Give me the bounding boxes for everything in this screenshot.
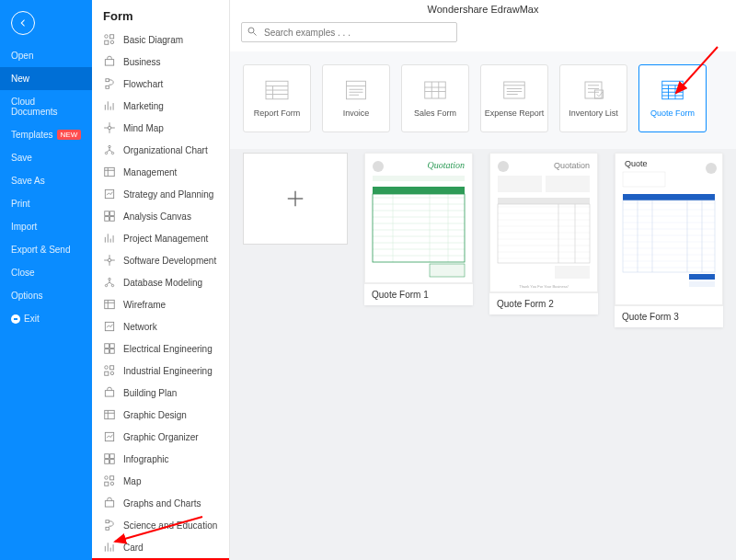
- category-icon: [103, 254, 116, 267]
- svg-rect-23: [105, 211, 109, 216]
- type-card-inventory-list[interactable]: Inventory List: [559, 64, 627, 132]
- type-card-report-form[interactable]: Report Form: [243, 64, 311, 132]
- svg-point-47: [105, 366, 109, 370]
- category-graphic-design[interactable]: Graphic Design: [92, 404, 229, 426]
- svg-rect-174: [689, 281, 715, 287]
- category-management[interactable]: Management: [92, 161, 229, 183]
- svg-rect-49: [105, 371, 109, 375]
- category-marketing[interactable]: Marketing: [92, 95, 229, 117]
- svg-rect-136: [546, 176, 590, 192]
- svg-rect-173: [689, 274, 715, 280]
- nav-save-as[interactable]: Save As: [0, 169, 92, 192]
- type-card-sales-form[interactable]: Sales Form: [401, 64, 469, 132]
- nav-import[interactable]: Import: [0, 215, 92, 238]
- category-project-management[interactable]: Project Management: [92, 227, 229, 249]
- svg-rect-26: [110, 217, 115, 222]
- svg-rect-43: [105, 344, 109, 349]
- category-label: Industrial Engineering: [123, 366, 213, 376]
- form-type-icon: [659, 79, 686, 101]
- category-label: Graphic Design: [123, 410, 187, 420]
- svg-rect-61: [110, 476, 114, 480]
- category-icon: [103, 298, 116, 311]
- category-icon: [103, 33, 116, 46]
- category-organizational-chart[interactable]: Organizational Chart: [92, 139, 229, 161]
- svg-point-50: [110, 371, 114, 375]
- svg-rect-2: [105, 40, 109, 44]
- blank-template-card[interactable]: [243, 153, 348, 245]
- search-box: [241, 22, 457, 42]
- category-label: Infographic: [123, 454, 168, 464]
- nav-cloud-documents[interactable]: Cloud Documents: [0, 90, 92, 123]
- svg-point-36: [109, 278, 110, 280]
- svg-point-60: [105, 476, 109, 480]
- category-graphic-organizer[interactable]: Graphic Organizer: [92, 426, 229, 448]
- category-flowchart[interactable]: Flowchart: [92, 73, 229, 95]
- category-graphs-and-charts[interactable]: Graphs and Charts: [92, 492, 229, 514]
- form-type-icon: [580, 79, 607, 101]
- svg-rect-112: [365, 154, 472, 282]
- category-icon: [103, 430, 116, 443]
- category-icon: [103, 386, 116, 399]
- form-type-icon: [342, 79, 370, 101]
- template-card-1[interactable]: QuotationQuote Form 1: [364, 153, 473, 305]
- svg-rect-103: [662, 81, 684, 99]
- category-wireframe[interactable]: Wireframe: [92, 293, 229, 315]
- template-thumbnail: QuotationThank You For Your Business!: [489, 153, 598, 292]
- category-science-and-education[interactable]: Science and Education: [92, 514, 229, 536]
- svg-text:Quote: Quote: [625, 159, 648, 168]
- category-icon: [103, 452, 116, 465]
- search-icon: [247, 26, 258, 37]
- category-industrial-engineering[interactable]: Industrial Engineering: [92, 360, 229, 382]
- category-building-plan[interactable]: Building Plan: [92, 382, 229, 404]
- category-infographic[interactable]: Infographic: [92, 448, 229, 470]
- nav-exit[interactable]: Exit: [0, 307, 92, 330]
- svg-point-3: [110, 40, 114, 44]
- svg-rect-59: [110, 460, 115, 464]
- exit-icon: [11, 314, 20, 324]
- category-card[interactable]: Card: [92, 536, 229, 558]
- category-analysis-canvas[interactable]: Analysis Canvas: [92, 205, 229, 227]
- category-label: Analysis Canvas: [123, 211, 191, 222]
- type-card-invoice[interactable]: Invoice: [322, 64, 390, 132]
- category-label: Flowchart: [123, 79, 163, 89]
- category-map[interactable]: Map: [92, 470, 229, 492]
- category-label: Database Modeling: [123, 278, 202, 288]
- nav-close[interactable]: Close: [0, 261, 92, 284]
- svg-rect-19: [105, 167, 115, 176]
- template-card-2[interactable]: QuotationThank You For Your Business!Quo…: [489, 153, 598, 314]
- nav-save[interactable]: Save: [0, 146, 92, 169]
- template-card-3[interactable]: QuoteQuote Form 3: [615, 153, 723, 327]
- nav-open[interactable]: Open: [0, 44, 92, 67]
- nav-templates[interactable]: TemplatesNEW: [0, 123, 92, 146]
- category-icon: [103, 232, 116, 245]
- category-icon: [103, 497, 116, 509]
- search-input[interactable]: [241, 22, 457, 42]
- template-label: Quote Form 3: [615, 305, 723, 327]
- category-software-development[interactable]: Software Development: [92, 249, 229, 271]
- back-button[interactable]: [11, 11, 35, 35]
- category-icon: [103, 474, 116, 487]
- category-database-modeling[interactable]: Database Modeling: [92, 271, 229, 293]
- nav-export-send[interactable]: Export & Send: [0, 238, 92, 261]
- nav-options[interactable]: Options: [0, 284, 92, 307]
- svg-rect-58: [105, 460, 109, 464]
- category-label: Science and Education: [123, 520, 217, 531]
- svg-rect-56: [105, 454, 109, 459]
- nav-print[interactable]: Print: [0, 192, 92, 215]
- category-panel: Form Basic DiagramBusinessFlowchartMarke…: [92, 0, 230, 560]
- category-basic-diagram[interactable]: Basic Diagram: [92, 29, 229, 51]
- category-business[interactable]: Business: [92, 51, 229, 73]
- category-mind-map[interactable]: Mind Map: [92, 117, 229, 139]
- type-card-quote-form[interactable]: Quote Form: [638, 64, 707, 132]
- svg-rect-46: [110, 349, 115, 354]
- category-label: Software Development: [123, 256, 216, 266]
- app-title: Wondershare EdrawMax: [230, 0, 736, 18]
- category-network[interactable]: Network: [92, 315, 229, 337]
- category-strategy-and-planning[interactable]: Strategy and Planning: [92, 183, 229, 205]
- nav-new[interactable]: New: [0, 67, 92, 90]
- form-type-icon: [500, 79, 528, 101]
- category-electrical-engineering[interactable]: Electrical Engineering: [92, 337, 229, 360]
- category-label: Basic Diagram: [123, 35, 183, 45]
- svg-point-63: [110, 482, 114, 486]
- type-card-expense-report[interactable]: Expense Report: [480, 64, 548, 132]
